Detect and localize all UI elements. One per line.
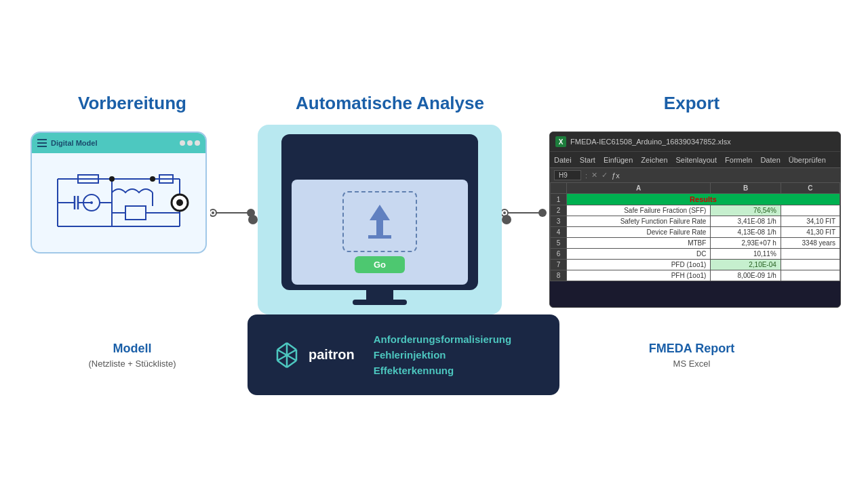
excel-card: X FMEDA-IEC61508_Arduino_168390347852.xl… bbox=[549, 131, 841, 308]
menu-ueberpruefen[interactable]: Überprüfen bbox=[789, 156, 826, 164]
monitor-assembly: Go bbox=[281, 134, 478, 305]
cell-3b: 3,41E-08 1/h bbox=[711, 216, 781, 227]
svg-line-52 bbox=[277, 350, 287, 355]
cell-2a: Safe Failure Fraction (SFF) bbox=[566, 205, 710, 216]
monitor-screen: Go bbox=[292, 180, 468, 285]
svg-line-53 bbox=[287, 350, 296, 355]
formula-fx: ƒx bbox=[612, 171, 620, 180]
svg-rect-2 bbox=[37, 146, 47, 147]
svg-line-51 bbox=[287, 361, 296, 367]
svg-point-33 bbox=[176, 199, 183, 206]
excel-formula-bar: H9 : ✕ ✓ ƒx bbox=[550, 167, 840, 182]
svg-marker-40 bbox=[370, 205, 390, 239]
bottom-left: Modell (Netzliste + Stückliste) bbox=[27, 342, 237, 369]
row-num-8: 8 bbox=[551, 270, 567, 281]
paitron-card: paitron Anforderungsformalisierung Fehle… bbox=[248, 314, 559, 395]
monitor-base bbox=[353, 300, 407, 305]
excel-table: A B C 1 Results 2 bbox=[550, 182, 840, 281]
go-button[interactable]: Go bbox=[355, 256, 405, 273]
feature-3: Effekterkennung bbox=[374, 365, 511, 376]
svg-line-46 bbox=[277, 343, 287, 350]
paitron-logo-icon bbox=[272, 340, 302, 370]
hamburger-icon bbox=[37, 139, 47, 147]
cell-5c: 3348 years bbox=[781, 238, 840, 249]
excel-menubar: Datei Start Einfügen Zeichen Seitenlayou… bbox=[550, 151, 840, 167]
dm-dots bbox=[180, 140, 200, 146]
svg-rect-0 bbox=[37, 139, 47, 140]
right-heading: Export bbox=[664, 93, 719, 114]
right-caption-main: FMEDA Report bbox=[649, 342, 734, 356]
center-left-connector bbox=[248, 215, 258, 224]
paitron-logo: paitron bbox=[272, 340, 355, 370]
menu-daten[interactable]: Daten bbox=[760, 156, 780, 164]
menu-start[interactable]: Start bbox=[580, 156, 595, 164]
svg-point-29 bbox=[109, 176, 115, 182]
row-num-4: 4 bbox=[551, 227, 567, 238]
left-visual: Digital Model bbox=[27, 125, 210, 253]
visuals-row: Digital Model bbox=[27, 125, 841, 314]
center-heading: Automatische Analyse bbox=[296, 93, 484, 114]
dm-title: Digital Model bbox=[51, 139, 97, 147]
row-num-5: 5 bbox=[551, 238, 567, 249]
table-row-2: 2 Safe Failure Fraction (SFF) 76,54% bbox=[551, 205, 840, 216]
center-visual: Go bbox=[258, 125, 502, 314]
cell-2b: 76,54% bbox=[711, 205, 781, 216]
cell-8a: PFH (1oo1) bbox=[566, 270, 710, 281]
svg-line-55 bbox=[287, 355, 296, 361]
cell-4c: 41,30 FIT bbox=[781, 227, 840, 238]
cell-6b: 10,11% bbox=[711, 249, 781, 260]
bottom-right: FMEDA Report MS Excel bbox=[542, 342, 841, 369]
svg-point-43 bbox=[503, 211, 506, 214]
monitor-stand bbox=[366, 290, 393, 300]
headings-row: Vorbereitung Automatische Analyse Export bbox=[27, 93, 841, 118]
left-column: Vorbereitung bbox=[27, 93, 237, 118]
cell-4b: 4,13E-08 1/h bbox=[711, 227, 781, 238]
svg-point-30 bbox=[150, 176, 155, 182]
menu-einfuegen[interactable]: Einfügen bbox=[604, 156, 633, 164]
formula-x: ✕ bbox=[591, 171, 597, 180]
cell-8c bbox=[781, 270, 840, 281]
col-header-a: A bbox=[566, 183, 710, 194]
menu-seitenlayout[interactable]: Seitenlayout bbox=[676, 156, 717, 164]
left-caption-sub: (Netzliste + Stückliste) bbox=[89, 359, 176, 369]
svg-point-37 bbox=[212, 211, 214, 214]
row-num-2: 2 bbox=[551, 205, 567, 216]
row-num-6: 6 bbox=[551, 249, 567, 260]
circuit-diagram bbox=[44, 159, 193, 247]
monitor-card: Go bbox=[258, 125, 502, 314]
menu-datei[interactable]: Datei bbox=[554, 156, 572, 164]
col-header-empty bbox=[551, 183, 567, 194]
cell-3a: Safety Function Failure Rate bbox=[566, 216, 710, 227]
svg-line-47 bbox=[287, 343, 296, 350]
cell-7b: 2,10E-04 bbox=[711, 260, 781, 270]
cell-5b: 2,93E+07 h bbox=[711, 238, 781, 249]
svg-rect-1 bbox=[37, 142, 47, 144]
paitron-features: Anforderungsformalisierung Fehlerinjekti… bbox=[374, 333, 511, 376]
cell-7a: PFD (1oo1) bbox=[566, 260, 710, 270]
menu-zeichen[interactable]: Zeichen bbox=[641, 156, 667, 164]
upload-icon bbox=[363, 201, 397, 242]
row-num-3: 3 bbox=[551, 216, 567, 227]
left-heading: Vorbereitung bbox=[78, 93, 186, 114]
table-row-6: 6 DC 10,11% bbox=[551, 249, 840, 260]
table-row-7: 7 PFD (1oo1) 2,10E-04 bbox=[551, 260, 840, 270]
cell-4a: Device Failure Rate bbox=[566, 227, 710, 238]
main-container: Vorbereitung Automatische Analyse Export… bbox=[27, 93, 841, 395]
menu-formeln[interactable]: Formeln bbox=[725, 156, 752, 164]
right-visual: X FMEDA-IEC61508_Arduino_168390347852.xl… bbox=[549, 125, 841, 308]
cell-ref[interactable]: H9 bbox=[554, 170, 581, 180]
row-num-1: 1 bbox=[551, 194, 567, 205]
dm-dot-3 bbox=[195, 140, 200, 146]
col-header-b: B bbox=[711, 183, 781, 194]
row-num-7: 7 bbox=[551, 260, 567, 270]
feature-2: Fehlerinjektion bbox=[374, 349, 511, 361]
svg-point-45 bbox=[538, 209, 547, 217]
center-right-connector bbox=[502, 215, 511, 224]
table-row-5: 5 MTBF 2,93E+07 h 3348 years bbox=[551, 238, 840, 249]
table-row-3: 3 Safety Function Failure Rate 3,41E-08 … bbox=[551, 216, 840, 227]
cell-6a: DC bbox=[566, 249, 710, 260]
left-caption-main: Modell bbox=[113, 342, 152, 356]
cell-7c bbox=[781, 260, 840, 270]
cell-3c: 34,10 FIT bbox=[781, 216, 840, 227]
left-connector-dot bbox=[205, 198, 207, 207]
